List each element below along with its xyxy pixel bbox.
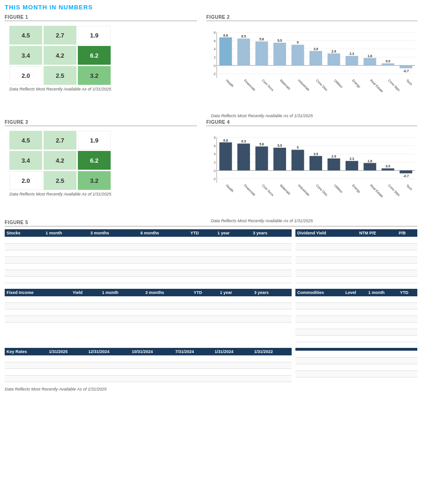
table-row <box>295 329 417 336</box>
svg-rect-88 <box>382 168 394 170</box>
table-cell <box>251 237 292 243</box>
table-cell <box>188 243 216 250</box>
table-cell <box>5 355 47 362</box>
matrix-cell: 4.2 <box>44 151 76 170</box>
table-cell <box>252 316 292 323</box>
matrix-cell: 3.4 <box>9 46 42 65</box>
table-cell <box>295 256 357 263</box>
matrix-cell: 2.7 <box>44 26 76 45</box>
table-cell <box>343 316 366 323</box>
table-cell <box>366 323 398 329</box>
svg-text:Utilities: Utilities <box>333 79 343 89</box>
figure1-matrix: 4.52.71.93.44.26.22.02.53.2 <box>9 26 197 85</box>
table-cell <box>5 263 44 270</box>
table-cell <box>138 243 188 250</box>
table-cell <box>251 276 292 283</box>
table-cell <box>366 316 398 323</box>
table-cell <box>5 369 47 375</box>
svg-text:5: 5 <box>297 41 299 44</box>
table-cell <box>218 309 252 316</box>
svg-text:Real Estate: Real Estate <box>369 79 384 93</box>
stocks-table: Stocks1 month3 months6 monthsYTD1 year3 … <box>5 229 292 283</box>
svg-rect-76 <box>309 156 322 171</box>
svg-text:2: 2 <box>214 161 216 164</box>
figure2-label: FIGURE 2 <box>206 15 417 20</box>
svg-text:Financials: Financials <box>243 184 256 197</box>
table-header: P/B <box>397 229 417 237</box>
svg-text:-0.7: -0.7 <box>403 174 409 178</box>
svg-text:4: 4 <box>214 47 216 51</box>
table-cell <box>71 309 100 316</box>
matrix-cell: 2.5 <box>44 66 76 85</box>
table-row <box>5 316 292 323</box>
extra-right-table <box>295 348 417 377</box>
table-cell <box>173 362 213 369</box>
table-header: YTD <box>192 289 218 296</box>
table-header: Key Rates <box>5 348 47 355</box>
table-cell <box>138 270 188 276</box>
table-cell <box>366 309 398 316</box>
fixed-income-table-block: Fixed IncomeYield1 month3 monthsYTD1 yea… <box>5 289 292 343</box>
table-row <box>5 309 292 316</box>
table-cell <box>100 296 143 303</box>
svg-rect-73 <box>292 150 304 170</box>
svg-text:5.8: 5.8 <box>259 38 264 41</box>
svg-text:6.5: 6.5 <box>241 35 246 38</box>
svg-rect-79 <box>327 158 340 171</box>
svg-text:Energy: Energy <box>351 79 362 89</box>
table-row <box>5 355 292 362</box>
table-cell <box>89 276 139 283</box>
table-cell <box>397 243 417 250</box>
table-cell <box>86 362 130 369</box>
table-cell <box>252 369 292 375</box>
table-header: 3 years <box>251 229 292 237</box>
matrix-cell: 6.2 <box>78 46 111 65</box>
svg-rect-85 <box>363 163 376 171</box>
table-cell <box>100 309 143 316</box>
table-cell <box>343 303 366 309</box>
fixed-income-table: Fixed IncomeYield1 month3 monthsYTD1 yea… <box>5 289 292 323</box>
table-cell <box>44 256 88 263</box>
table-cell <box>71 316 100 323</box>
valuation-table: Dividend YieldNTM P/EP/B <box>295 229 417 283</box>
svg-rect-35 <box>346 56 358 65</box>
table-row <box>5 263 292 270</box>
svg-rect-32 <box>327 53 340 66</box>
table-cell <box>5 250 44 256</box>
table-cell <box>5 303 71 309</box>
table-cell <box>343 336 366 342</box>
table-header: 3 months <box>143 289 192 296</box>
table-cell <box>295 323 343 329</box>
table-cell <box>138 237 188 243</box>
table-header: Level <box>343 289 366 296</box>
table-row <box>5 250 292 256</box>
table-header: Yield <box>71 289 100 296</box>
table-cell <box>252 375 292 382</box>
table-cell <box>295 336 343 342</box>
svg-text:5.5: 5.5 <box>278 39 282 42</box>
table-cell <box>89 256 139 263</box>
svg-text:2.3: 2.3 <box>350 157 354 160</box>
table-cell <box>47 355 86 362</box>
matrix-cell: 2.5 <box>44 171 76 190</box>
table-cell <box>89 243 139 250</box>
table-cell <box>173 375 213 382</box>
table-cell <box>357 237 397 243</box>
table-cell <box>295 309 343 316</box>
table-cell <box>251 270 292 276</box>
table-cell <box>213 369 252 375</box>
figure3-label: FIGURE 3 <box>5 120 197 125</box>
valuation-table-block: Dividend YieldNTM P/EP/B <box>295 229 417 283</box>
svg-text:5: 5 <box>297 146 299 149</box>
table-cell <box>89 270 139 276</box>
table-cell <box>130 355 173 362</box>
table-header: Fixed Income <box>5 289 71 296</box>
table-cell <box>251 250 292 256</box>
commodities-table: CommoditiesLevel1 monthYTD <box>295 289 417 343</box>
table-cell <box>251 243 292 250</box>
table-cell <box>295 243 357 250</box>
svg-text:Com Svcs.: Com Svcs. <box>261 79 275 92</box>
svg-text:6.8: 6.8 <box>223 139 228 142</box>
matrix-cell: 4.5 <box>9 26 42 45</box>
table-cell <box>398 323 417 329</box>
